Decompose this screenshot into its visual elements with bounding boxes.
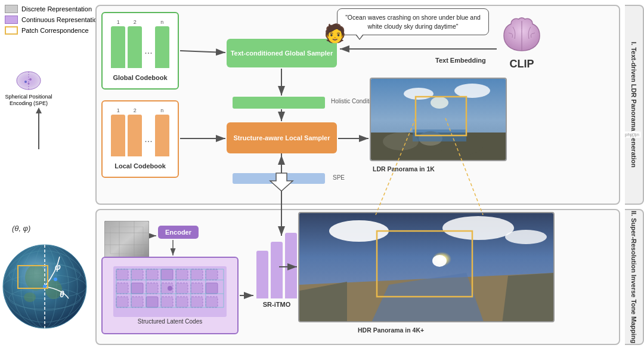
svg-rect-60 [161, 297, 173, 307]
clip-area: CLIP [498, 15, 546, 70]
svg-text:φ: φ [55, 262, 61, 272]
ldr-panorama [370, 78, 507, 161]
svg-point-14 [33, 245, 57, 328]
svg-point-15 [21, 245, 69, 328]
brain-icon [498, 15, 546, 57]
speech-bubble: "Ocean waves crashing on shore under blu… [337, 8, 489, 35]
svg-point-79 [432, 255, 447, 267]
svg-point-12 [9, 264, 80, 285]
svg-text:θ: θ [60, 290, 64, 299]
svg-rect-51 [131, 283, 143, 294]
structured-latent-codes: Structured Latent Codes [101, 257, 239, 334]
local-col-2 [128, 115, 142, 156]
clip-label: CLIP [509, 58, 534, 70]
svg-point-3 [29, 78, 32, 81]
global-codebook-columns: 1 2 ... n [106, 13, 174, 72]
legend-patch: Patch Correspondence [5, 26, 101, 35]
svg-point-32 [431, 97, 448, 109]
spe-legend: Spherical Positional Encoding (SPE) [5, 69, 52, 107]
local-codebook: 1 2 ... n Local Codebook [101, 100, 179, 178]
ldr-patch-image-icon [104, 221, 149, 260]
svg-point-16 [12, 245, 78, 328]
sphere-icon: φ θ [0, 233, 92, 343]
discrete-label: Discrete Representation [21, 5, 92, 13]
global-codebook-label: Global Codebook [113, 74, 167, 81]
person-icon: 🧑 [324, 23, 346, 44]
svg-rect-48 [191, 269, 203, 280]
hdr-panorama-image [299, 213, 555, 322]
holistic-condition-bar [233, 97, 325, 109]
spe-up-arrow-icon [33, 104, 45, 152]
global-col-dots: ... [144, 30, 152, 72]
svg-rect-55 [191, 283, 203, 294]
spe-bar [233, 173, 325, 184]
section-i-label: I. Text-driven LDR Panorama Generation [625, 5, 644, 205]
svg-rect-45 [146, 269, 158, 280]
svg-point-81 [442, 216, 514, 240]
svg-point-9 [3, 275, 86, 298]
svg-rect-44 [131, 269, 143, 280]
legend-continuous: Continuous Representation [5, 16, 101, 24]
local-col-dots: ... [144, 118, 152, 160]
global-col-2 [128, 26, 142, 68]
svg-rect-58 [131, 297, 143, 307]
ldr-panorama-image [371, 79, 507, 161]
svg-rect-61 [176, 297, 188, 307]
sa-local-sampler: Structure-aware Local Sampler [227, 122, 337, 153]
svg-point-11 [3, 251, 86, 322]
local-codebook-label: Local Codebook [114, 162, 166, 170]
patch-icon [5, 26, 18, 35]
section-ii-label: II. Super-Resolution Inverse Tone Mappin… [625, 209, 644, 345]
svg-point-7 [3, 245, 86, 328]
hdr-panorama-label: HDR Panorama in 4K+ [358, 327, 424, 334]
svg-rect-62 [191, 297, 203, 307]
spe-diagram-label: SPE [333, 174, 345, 181]
sritmo-col-1 [256, 251, 268, 298]
encoder-box: Encoder [158, 226, 199, 239]
svg-point-10 [3, 263, 86, 310]
continuous-label: Continuous Representation [21, 16, 101, 23]
bubble-tail-fill [357, 35, 363, 39]
svg-point-2 [24, 81, 27, 83]
ldr-panorama-label: LDR Panorama in 1K [373, 165, 435, 173]
svg-rect-25 [18, 266, 48, 288]
hdr-panorama [298, 212, 555, 322]
local-col-n [155, 115, 169, 156]
legend: Discrete Representation Continuous Repre… [5, 5, 101, 35]
svg-rect-43 [116, 269, 128, 280]
global-col-n [155, 26, 169, 68]
spe-visual-icon [14, 69, 44, 93]
svg-point-64 [168, 286, 172, 291]
svg-rect-50 [116, 283, 128, 294]
sritmo-col-3 [285, 233, 297, 298]
sritmo-columns [256, 233, 297, 298]
coordinates-label: (θ, φ) [12, 224, 30, 233]
svg-point-19 [24, 292, 36, 302]
continuous-icon [5, 16, 18, 24]
svg-rect-52 [146, 283, 158, 294]
global-codebook: 1 2 ... n Global Codebook [101, 12, 179, 90]
local-codebook-columns: 1 2 ... n [106, 101, 174, 160]
patch-label: Patch Correspondence [21, 27, 89, 34]
latent-grid-icon [113, 266, 227, 317]
svg-marker-6 [36, 107, 42, 113]
svg-point-82 [505, 230, 547, 244]
discrete-icon [5, 5, 18, 13]
svg-point-23 [43, 285, 47, 288]
text-embedding-label: Text Embedding [435, 57, 486, 64]
svg-point-4 [28, 83, 30, 85]
spe-legend-label: Spherical Positional Encoding (SPE) [5, 94, 52, 107]
svg-rect-57 [116, 297, 128, 307]
svg-rect-54 [176, 283, 188, 294]
svg-rect-56 [206, 283, 218, 294]
svg-point-24 [54, 278, 57, 281]
sritmo-label: SR-iTMO [263, 301, 290, 308]
sritmo-col-2 [271, 242, 283, 298]
sritmo-area: SR-iTMO [256, 233, 297, 308]
local-col-1 [111, 115, 125, 156]
tc-global-sampler: Text-conditioned Global Sampler [227, 39, 337, 67]
global-col-1 [111, 26, 125, 68]
legend-discrete: Discrete Representation [5, 5, 101, 13]
svg-point-17 [25, 264, 47, 291]
svg-rect-59 [146, 297, 158, 307]
